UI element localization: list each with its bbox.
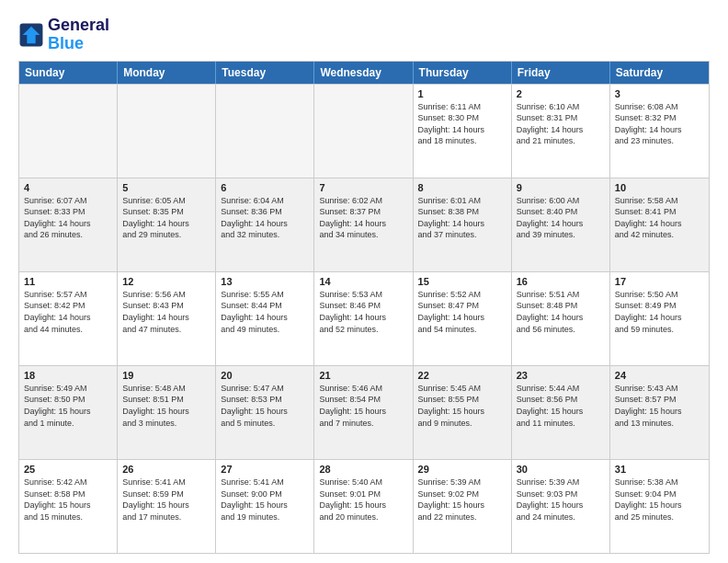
day-info: Sunrise: 5:39 AM Sunset: 9:03 PM Dayligh… [517,477,605,523]
calendar-cell: 14Sunrise: 5:53 AM Sunset: 8:46 PM Dayli… [314,272,413,365]
calendar-header-cell: Thursday [414,62,512,84]
calendar-cell: 23Sunrise: 5:44 AM Sunset: 8:56 PM Dayli… [512,366,610,459]
day-number: 22 [418,370,506,381]
day-info: Sunrise: 5:39 AM Sunset: 9:02 PM Dayligh… [418,477,506,523]
day-info: Sunrise: 5:51 AM Sunset: 8:48 PM Dayligh… [517,289,605,335]
day-info: Sunrise: 6:10 AM Sunset: 8:31 PM Dayligh… [517,101,605,147]
day-info: Sunrise: 5:57 AM Sunset: 8:42 PM Dayligh… [24,289,112,335]
calendar: SundayMondayTuesdayWednesdayThursdayFrid… [18,61,710,554]
calendar-cell: 16Sunrise: 5:51 AM Sunset: 8:48 PM Dayli… [512,272,610,365]
day-number: 21 [319,370,407,381]
logo-text: General Blue [48,17,109,53]
calendar-header-cell: Sunday [19,62,118,84]
day-info: Sunrise: 5:40 AM Sunset: 9:01 PM Dayligh… [319,477,407,523]
day-info: Sunrise: 5:38 AM Sunset: 9:04 PM Dayligh… [615,477,704,523]
calendar-cell: 8Sunrise: 6:01 AM Sunset: 8:38 PM Daylig… [414,178,512,271]
day-info: Sunrise: 5:41 AM Sunset: 9:00 PM Dayligh… [221,477,309,523]
day-number: 6 [221,182,309,193]
calendar-cell: 19Sunrise: 5:48 AM Sunset: 8:51 PM Dayli… [118,366,216,459]
day-number: 13 [221,276,309,287]
day-info: Sunrise: 5:45 AM Sunset: 8:55 PM Dayligh… [418,383,506,429]
calendar-cell: 27Sunrise: 5:41 AM Sunset: 9:00 PM Dayli… [216,460,314,553]
day-info: Sunrise: 5:44 AM Sunset: 8:56 PM Dayligh… [517,383,605,429]
calendar-cell: 20Sunrise: 5:47 AM Sunset: 8:53 PM Dayli… [216,366,314,459]
calendar-cell: 28Sunrise: 5:40 AM Sunset: 9:01 PM Dayli… [314,460,413,553]
day-info: Sunrise: 5:48 AM Sunset: 8:51 PM Dayligh… [122,383,210,429]
calendar-header-cell: Friday [512,62,610,84]
day-number: 16 [517,276,605,287]
day-number: 31 [615,464,704,475]
calendar-cell [19,85,118,178]
day-number: 4 [24,182,112,193]
day-number: 3 [615,88,704,99]
calendar-cell: 15Sunrise: 5:52 AM Sunset: 8:47 PM Dayli… [414,272,512,365]
calendar-week: 4Sunrise: 6:07 AM Sunset: 8:33 PM Daylig… [19,178,709,271]
calendar-cell: 1Sunrise: 6:11 AM Sunset: 8:30 PM Daylig… [414,85,512,178]
calendar-cell: 21Sunrise: 5:46 AM Sunset: 8:54 PM Dayli… [314,366,413,459]
calendar-cell [314,85,413,178]
calendar-header-cell: Wednesday [314,62,413,84]
day-number: 12 [122,276,210,287]
day-number: 10 [615,182,704,193]
calendar-cell: 13Sunrise: 5:55 AM Sunset: 8:44 PM Dayli… [216,272,314,365]
day-info: Sunrise: 5:56 AM Sunset: 8:43 PM Dayligh… [122,289,210,335]
day-info: Sunrise: 5:46 AM Sunset: 8:54 PM Dayligh… [319,383,407,429]
day-info: Sunrise: 6:05 AM Sunset: 8:35 PM Dayligh… [122,195,210,241]
day-number: 17 [615,276,704,287]
calendar-header-cell: Saturday [610,62,709,84]
day-info: Sunrise: 6:11 AM Sunset: 8:30 PM Dayligh… [418,101,506,147]
day-number: 14 [319,276,407,287]
day-number: 11 [24,276,112,287]
calendar-cell: 3Sunrise: 6:08 AM Sunset: 8:32 PM Daylig… [610,85,709,178]
logo-icon [18,22,44,48]
day-number: 23 [517,370,605,381]
day-info: Sunrise: 6:08 AM Sunset: 8:32 PM Dayligh… [615,101,704,147]
calendar-cell: 11Sunrise: 5:57 AM Sunset: 8:42 PM Dayli… [19,272,118,365]
day-info: Sunrise: 6:07 AM Sunset: 8:33 PM Dayligh… [24,195,112,241]
calendar-cell [216,85,314,178]
day-info: Sunrise: 5:58 AM Sunset: 8:41 PM Dayligh… [615,195,704,241]
day-number: 15 [418,276,506,287]
day-number: 19 [122,370,210,381]
calendar-body: 1Sunrise: 6:11 AM Sunset: 8:30 PM Daylig… [19,84,709,553]
calendar-cell: 31Sunrise: 5:38 AM Sunset: 9:04 PM Dayli… [610,460,709,553]
logo-line1: General [48,17,109,35]
calendar-cell: 26Sunrise: 5:41 AM Sunset: 8:59 PM Dayli… [118,460,216,553]
page: General Blue SundayMondayTuesdayWednesda… [0,0,728,563]
day-number: 28 [319,464,407,475]
calendar-cell: 10Sunrise: 5:58 AM Sunset: 8:41 PM Dayli… [610,178,709,271]
calendar-header-cell: Tuesday [216,62,314,84]
calendar-cell: 17Sunrise: 5:50 AM Sunset: 8:49 PM Dayli… [610,272,709,365]
calendar-header: SundayMondayTuesdayWednesdayThursdayFrid… [19,62,709,84]
day-info: Sunrise: 5:52 AM Sunset: 8:47 PM Dayligh… [418,289,506,335]
day-info: Sunrise: 6:01 AM Sunset: 8:38 PM Dayligh… [418,195,506,241]
calendar-cell: 7Sunrise: 6:02 AM Sunset: 8:37 PM Daylig… [314,178,413,271]
day-info: Sunrise: 5:42 AM Sunset: 8:58 PM Dayligh… [24,477,112,523]
day-info: Sunrise: 5:53 AM Sunset: 8:46 PM Dayligh… [319,289,407,335]
day-number: 8 [418,182,506,193]
day-number: 1 [418,88,506,99]
day-number: 30 [517,464,605,475]
header: General Blue [18,17,710,53]
day-number: 5 [122,182,210,193]
day-info: Sunrise: 6:00 AM Sunset: 8:40 PM Dayligh… [517,195,605,241]
day-number: 7 [319,182,407,193]
calendar-cell [118,85,216,178]
calendar-cell: 12Sunrise: 5:56 AM Sunset: 8:43 PM Dayli… [118,272,216,365]
day-info: Sunrise: 5:47 AM Sunset: 8:53 PM Dayligh… [221,383,309,429]
calendar-week: 11Sunrise: 5:57 AM Sunset: 8:42 PM Dayli… [19,271,709,365]
calendar-cell: 9Sunrise: 6:00 AM Sunset: 8:40 PM Daylig… [512,178,610,271]
calendar-cell: 29Sunrise: 5:39 AM Sunset: 9:02 PM Dayli… [414,460,512,553]
day-info: Sunrise: 5:49 AM Sunset: 8:50 PM Dayligh… [24,383,112,429]
day-number: 20 [221,370,309,381]
day-number: 25 [24,464,112,475]
calendar-cell: 2Sunrise: 6:10 AM Sunset: 8:31 PM Daylig… [512,85,610,178]
calendar-week: 25Sunrise: 5:42 AM Sunset: 8:58 PM Dayli… [19,459,709,553]
day-info: Sunrise: 6:02 AM Sunset: 8:37 PM Dayligh… [319,195,407,241]
logo: General Blue [18,17,109,53]
calendar-week: 1Sunrise: 6:11 AM Sunset: 8:30 PM Daylig… [19,84,709,178]
calendar-week: 18Sunrise: 5:49 AM Sunset: 8:50 PM Dayli… [19,365,709,459]
logo-line2: Blue [48,34,84,52]
day-number: 18 [24,370,112,381]
calendar-cell: 4Sunrise: 6:07 AM Sunset: 8:33 PM Daylig… [19,178,118,271]
